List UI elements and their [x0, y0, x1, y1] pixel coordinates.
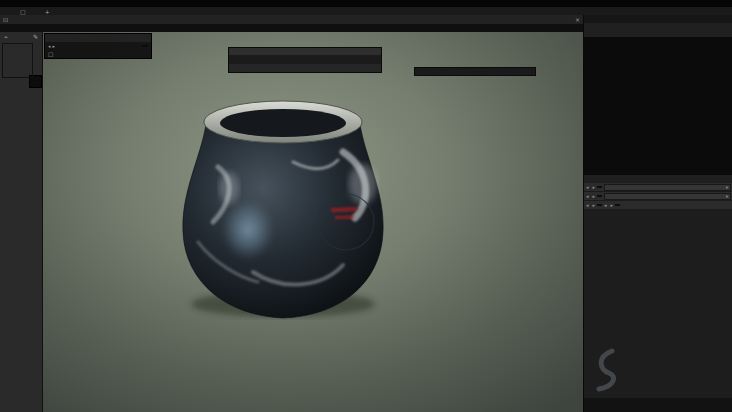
pot-opening [220, 109, 346, 137]
material-categories-row1 [584, 23, 732, 30]
right-panel-tabs [584, 15, 732, 23]
increment-arrow-icon[interactable]: ▸ [53, 43, 56, 49]
stencil-icon-row [229, 55, 381, 64]
chevron-down-icon: ▾ [726, 194, 728, 199]
metal-opacity-value[interactable] [615, 204, 620, 206]
opacity-control: ◂ ▸ ▾ [584, 183, 732, 192]
gnomon-workshop-logo [591, 345, 729, 395]
tool-options-panel: ◂ ▸ ☐ [44, 33, 152, 59]
titlebar [0, 0, 732, 7]
material-categories-row2 [584, 30, 732, 37]
always-toggle[interactable]: ▢ [20, 8, 29, 15]
plus-icon: + [45, 8, 50, 15]
brush-parameter-bar: ⊡ × [0, 15, 583, 24]
left-sidebar: ⌁ ✎ [0, 32, 43, 412]
status-strip [584, 398, 732, 412]
cauldron-model[interactable] [43, 32, 583, 412]
volumetric-slice-checkbox[interactable]: ☐ [45, 50, 151, 58]
gnomon-swoosh-icon [591, 348, 617, 392]
roughness-metal-control: ◂ ▸ ◂ ▸ [584, 201, 732, 210]
increment-arrow-icon[interactable]: ▸ [611, 202, 614, 208]
decrement-arrow-icon[interactable]: ◂ [586, 202, 589, 208]
increment-arrow-icon[interactable]: ▸ [593, 202, 596, 208]
tool-options-title[interactable] [45, 34, 151, 42]
checkbox-icon: ☐ [48, 51, 53, 58]
chevron-down-icon: ▾ [726, 185, 728, 190]
primary-color-swatch[interactable] [2, 43, 33, 78]
decrement-arrow-icon[interactable]: ◂ [586, 193, 589, 199]
roughness-opacity-value[interactable] [597, 204, 602, 206]
right-panel: ◂ ▸ ▾ ◂ ▸ ▾ ◂ [583, 15, 732, 412]
close-icon[interactable]: × [575, 16, 580, 23]
viewport-3d[interactable]: ◂ ▸ ☐ [43, 32, 583, 412]
decrement-arrow-icon[interactable]: ◂ [604, 202, 607, 208]
increment-arrow-icon[interactable]: ▸ [593, 193, 596, 199]
stencil-control-panel [228, 47, 382, 73]
depth-opacity-control: ◂ ▸ ▾ [584, 192, 732, 201]
blue-reflection [222, 200, 274, 260]
increment-arrow-icon[interactable]: ▸ [593, 184, 596, 190]
stencil-button-row [229, 64, 381, 72]
blend-mode-dropdown[interactable]: ▾ [604, 184, 731, 191]
decrement-arrow-icon[interactable]: ◂ [586, 184, 589, 190]
voxel-paint-depth-param[interactable]: ◂ ▸ [45, 42, 151, 50]
decrement-arrow-icon[interactable]: ◂ [48, 43, 51, 49]
depth-mode-dropdown[interactable]: ▾ [604, 193, 731, 200]
marble-patch [349, 164, 377, 204]
menu-bar: ▢ + [0, 7, 732, 15]
connective-picking-select[interactable]: + [45, 8, 53, 15]
layers-panel-tabs [584, 175, 732, 183]
room-tabs [0, 24, 583, 32]
app-window: ▢ + ⊡ × ⌁ ✎ [0, 0, 732, 412]
smart-material-preview-bar[interactable] [414, 67, 536, 76]
cursor-icon[interactable]: ⌁ [4, 33, 8, 40]
sidebar-header: ⌁ ✎ [0, 32, 42, 41]
depth-opacity-value[interactable] [597, 195, 602, 197]
stencil-panel-title[interactable] [229, 48, 381, 55]
marble-patch [219, 172, 239, 204]
stroke-mode-icon[interactable]: ⊡ [3, 16, 8, 23]
color-swatches [0, 41, 42, 85]
checkbox-icon: ▢ [20, 8, 26, 15]
layer-controls: ◂ ▸ ▾ ◂ ▸ ▾ ◂ [584, 183, 732, 210]
opacity-value[interactable] [597, 186, 602, 188]
material-grid [584, 37, 732, 175]
pen-icon[interactable]: ✎ [33, 33, 38, 40]
voxel-paint-depth-value[interactable] [142, 45, 148, 47]
